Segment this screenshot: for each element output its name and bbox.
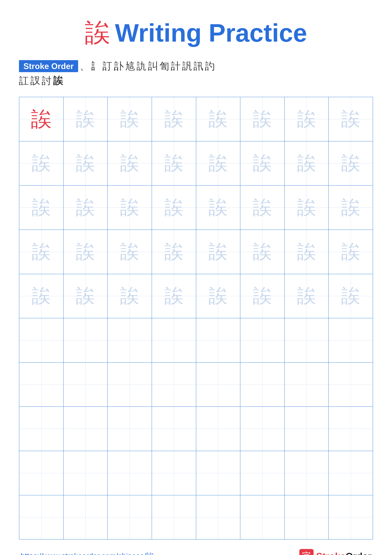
grid-cell-2-7[interactable]: 誒 xyxy=(285,141,329,186)
grid-cell-10-4[interactable] xyxy=(152,495,196,540)
grid-cell-10-1[interactable] xyxy=(19,495,64,540)
grid-cell-9-8[interactable] xyxy=(329,451,373,495)
grid-cell-example: 誒 xyxy=(19,97,64,141)
grid-cell-7-1[interactable] xyxy=(19,363,64,407)
title-character: 誒 xyxy=(85,16,110,50)
grid-cell-7-4[interactable] xyxy=(152,363,196,407)
grid-cell-8-7[interactable] xyxy=(285,407,329,451)
grid-cell-8-3[interactable] xyxy=(108,407,152,451)
stroke-16: 誒 xyxy=(53,74,63,87)
stroke-order-badge: Stroke Order xyxy=(19,60,78,72)
grid-cell-5-1[interactable]: 誒 xyxy=(19,274,64,319)
grid-cell-7-3[interactable] xyxy=(108,363,152,407)
grid-cell-1-4[interactable]: 誒 xyxy=(152,97,196,141)
grid-cell-5-2[interactable]: 誒 xyxy=(64,274,108,319)
grid-cell-3-1[interactable]: 誒 xyxy=(19,186,64,230)
grid-cell-1-7[interactable]: 誒 xyxy=(285,97,329,141)
grid-cell-1-5[interactable]: 誒 xyxy=(196,97,241,141)
stroke-12: 訋 xyxy=(205,59,215,73)
grid-cell-4-5[interactable]: 誒 xyxy=(196,230,241,274)
grid-cell-2-5[interactable]: 誒 xyxy=(196,141,241,186)
grid-cell-7-6[interactable] xyxy=(240,363,285,407)
grid-cell-5-4[interactable]: 誒 xyxy=(152,274,196,319)
grid-cell-7-5[interactable] xyxy=(196,363,241,407)
grid-cell-4-7[interactable]: 誒 xyxy=(285,230,329,274)
grid-cell-9-7[interactable] xyxy=(285,451,329,495)
title-section: 誒 Writing Practice xyxy=(85,16,307,50)
grid-cell-5-8[interactable]: 誒 xyxy=(329,274,373,319)
footer-brand: 字 StrokeStrokeOrderOrder xyxy=(299,549,371,555)
grid-cell-3-3[interactable]: 誒 xyxy=(108,186,152,230)
grid-cell-4-8[interactable]: 誒 xyxy=(329,230,373,274)
grid-cell-3-6[interactable]: 誒 xyxy=(240,186,285,230)
grid-cell-5-3[interactable]: 誒 xyxy=(108,274,152,319)
grid-cell-6-4[interactable] xyxy=(152,318,196,363)
grid-row-10 xyxy=(19,495,373,540)
brand-name: StrokeStrokeOrderOrder xyxy=(316,551,371,555)
grid-cell-3-7[interactable]: 誒 xyxy=(285,186,329,230)
grid-row-5: 誒 誒 誒 誒 誒 誒 誒 誒 xyxy=(19,274,373,319)
grid-cell-5-7[interactable]: 誒 xyxy=(285,274,329,319)
grid-cell-5-5[interactable]: 誒 xyxy=(196,274,241,319)
grid-cell-10-7[interactable] xyxy=(285,495,329,540)
grid-cell-7-7[interactable] xyxy=(285,363,329,407)
grid-cell-8-1[interactable] xyxy=(19,407,64,451)
footer: https://www.strokeorder.com/chinese/誒 字 … xyxy=(19,549,373,555)
stroke-6: 訅 xyxy=(137,59,146,73)
page: 誒 Writing Practice Stroke Order 、 訁 訂 訃 … xyxy=(0,0,392,555)
footer-url[interactable]: https://www.strokeorder.com/chinese/誒 xyxy=(21,551,154,555)
grid-cell-3-2[interactable]: 誒 xyxy=(64,186,108,230)
grid-cell-4-1[interactable]: 誒 xyxy=(19,230,64,274)
grid-cell-2-2[interactable]: 誒 xyxy=(64,141,108,186)
grid-cell-2-1[interactable]: 誒 xyxy=(19,141,64,186)
grid-cell-1-2[interactable]: 誒 xyxy=(64,97,108,141)
example-char: 誒 xyxy=(31,109,51,129)
grid-cell-2-3[interactable]: 誒 xyxy=(108,141,152,186)
stroke-13: 訌 xyxy=(19,74,29,87)
grid-cell-6-8[interactable] xyxy=(329,318,373,363)
grid-cell-4-3[interactable]: 誒 xyxy=(108,230,152,274)
grid-cell-6-1[interactable] xyxy=(19,318,64,363)
grid-cell-9-5[interactable] xyxy=(196,451,241,495)
grid-cell-7-8[interactable] xyxy=(329,363,373,407)
grid-cell-10-3[interactable] xyxy=(108,495,152,540)
grid-cell-10-8[interactable] xyxy=(329,495,373,540)
grid-cell-8-4[interactable] xyxy=(152,407,196,451)
grid-cell-4-2[interactable]: 誒 xyxy=(64,230,108,274)
stroke-order-row2: 訌 訍 討 誒 xyxy=(19,74,373,87)
grid-cell-10-5[interactable] xyxy=(196,495,241,540)
grid-cell-2-6[interactable]: 誒 xyxy=(240,141,285,186)
grid-cell-7-2[interactable] xyxy=(64,363,108,407)
grid-cell-3-4[interactable]: 誒 xyxy=(152,186,196,230)
grid-cell-8-6[interactable] xyxy=(240,407,285,451)
grid-cell-9-6[interactable] xyxy=(240,451,285,495)
grid-cell-10-6[interactable] xyxy=(240,495,285,540)
grid-cell-9-4[interactable] xyxy=(152,451,196,495)
grid-cell-6-3[interactable] xyxy=(108,318,152,363)
grid-cell-6-2[interactable] xyxy=(64,318,108,363)
grid-cell-8-5[interactable] xyxy=(196,407,241,451)
grid-cell-9-3[interactable] xyxy=(108,451,152,495)
grid-cell-6-7[interactable] xyxy=(285,318,329,363)
grid-cell-9-1[interactable] xyxy=(19,451,64,495)
grid-cell-1-8[interactable]: 誒 xyxy=(329,97,373,141)
stroke-11: 訊 xyxy=(193,59,203,73)
grid-cell-2-4[interactable]: 誒 xyxy=(152,141,196,186)
grid-cell-4-6[interactable]: 誒 xyxy=(240,230,285,274)
grid-cell-9-2[interactable] xyxy=(64,451,108,495)
grid-cell-1-3[interactable]: 誒 xyxy=(108,97,152,141)
stroke-7: 訆 xyxy=(148,59,158,73)
grid-cell-6-6[interactable] xyxy=(240,318,285,363)
grid-cell-6-5[interactable] xyxy=(196,318,241,363)
grid-cell-1-6[interactable]: 誒 xyxy=(240,97,285,141)
grid-cell-10-2[interactable] xyxy=(64,495,108,540)
grid-cell-3-8[interactable]: 誒 xyxy=(329,186,373,230)
grid-cell-8-2[interactable] xyxy=(64,407,108,451)
grid-cell-4-4[interactable]: 誒 xyxy=(152,230,196,274)
grid-cell-8-8[interactable] xyxy=(329,407,373,451)
grid-cell-2-8[interactable]: 誒 xyxy=(329,141,373,186)
grid-cell-5-6[interactable]: 誒 xyxy=(240,274,285,319)
grid-cell-3-5[interactable]: 誒 xyxy=(196,186,241,230)
stroke-2: 訁 xyxy=(91,59,101,73)
grid-row-8 xyxy=(19,407,373,451)
